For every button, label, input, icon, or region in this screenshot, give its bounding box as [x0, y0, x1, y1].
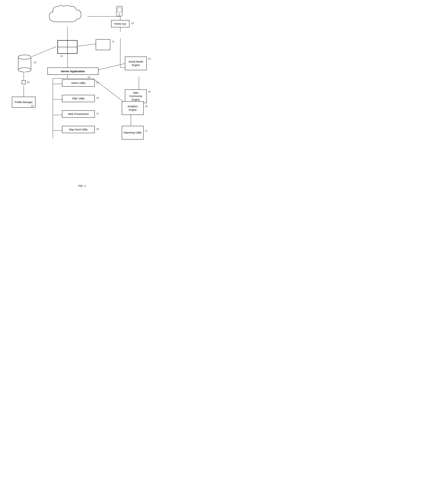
server-application-node: Server Application: [47, 68, 98, 75]
social-media-engine-ref: 23: [148, 58, 151, 60]
server-main-box: [57, 40, 77, 54]
web-community-engine-ref: 25: [148, 90, 151, 93]
reporting-utility-node: Reporting Utility: [122, 126, 144, 140]
profile-manager-ref: 16: [31, 104, 34, 107]
mobile-device-icon: [112, 5, 127, 19]
server-cell-tr: [68, 41, 77, 47]
mobile-app-node: Mobile App: [111, 20, 129, 27]
server-application-ref: 12: [87, 76, 90, 78]
analytics-engine-ref: 26: [145, 105, 148, 108]
web-presentment-node: Web Presentment: [62, 110, 95, 118]
database-box-ref: 13: [111, 40, 114, 43]
svg-rect-22: [117, 8, 121, 12]
web-community-engine-node: Web Community Engine: [125, 89, 147, 103]
svg-line-4: [76, 44, 96, 46]
fig-caption: FIG. 1: [0, 184, 164, 187]
small-square-node: [22, 80, 26, 84]
map-send-utility-ref: 29: [96, 128, 99, 130]
analytics-engine-node: Analytics Engine: [122, 101, 144, 115]
reporting-utility-ref: 27: [145, 130, 148, 132]
svg-point-23: [119, 14, 120, 15]
database-cylinder: [16, 54, 33, 72]
map-send-utility-node: Map Send Utility: [62, 126, 95, 133]
small-square-ref: 18: [27, 81, 29, 84]
mobile-app-ref: 24: [131, 22, 134, 25]
filter-utility-ref: 19: [96, 97, 99, 100]
svg-point-26: [18, 68, 31, 72]
web-presentment-ref: 21: [96, 112, 99, 115]
svg-point-25: [18, 55, 31, 59]
filter-utility-node: Filter Utility: [62, 95, 95, 102]
admin-utility-node: Admin Utility: [62, 79, 95, 87]
cylinder-db-ref: 15: [34, 61, 36, 64]
diagram: Mobile App 24 10 13 Server Application 1…: [0, 0, 164, 182]
server-main-ref: 10: [60, 55, 63, 58]
svg-line-18: [32, 46, 56, 57]
server-cell-br: [68, 47, 77, 54]
database-box-node: [96, 39, 110, 50]
admin-utility-ref: 14: [96, 81, 99, 84]
server-cell-bl: [58, 47, 68, 54]
server-cell-tl: [58, 41, 68, 47]
cloud-icon: [46, 4, 86, 27]
social-media-engine-node: Social Media Engine: [125, 57, 147, 70]
